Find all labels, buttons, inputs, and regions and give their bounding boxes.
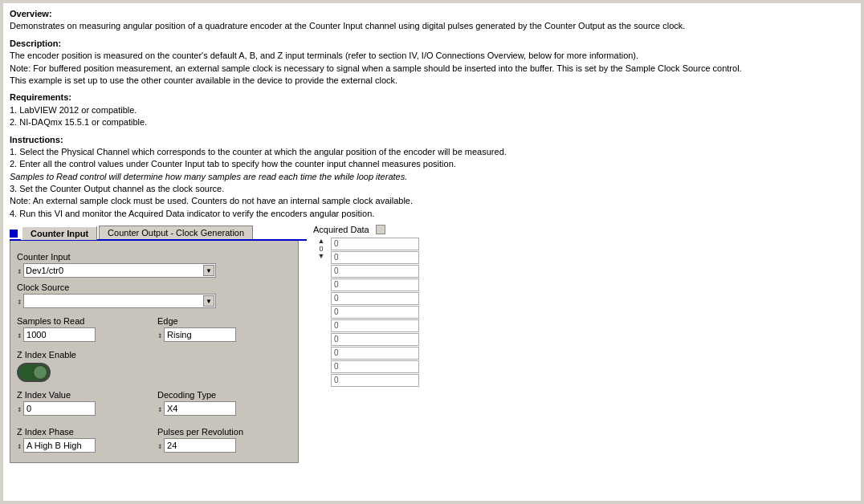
data-row-4: 0: [331, 292, 854, 305]
z-value-row: ↕: [17, 401, 151, 416]
data-row-3: 0: [331, 278, 854, 291]
instructions-title: Instructions:: [10, 135, 63, 144]
pulses-row: ↕: [157, 438, 291, 453]
clock-source-label: Clock Source: [17, 282, 291, 292]
channel-dropdown-wrapper[interactable]: Dev1/ctr0 ▼: [23, 263, 216, 278]
data-row-10: 0: [331, 374, 854, 387]
req-2: 2. NI-DAQmx 15.5.1 or compatible.: [10, 117, 147, 127]
requirements-title: Requirements:: [10, 92, 71, 102]
instr-1: 1. Select the Physical Channel which cor…: [10, 147, 507, 156]
acquired-header: Acquired Data: [313, 225, 854, 234]
data-row-6: 0: [331, 319, 854, 332]
z-value-input[interactable]: [23, 401, 96, 416]
phase-pulses-row: Z Index Phase ↕ Pulses per Revolution ↕: [17, 422, 291, 456]
instr-4: 4. Run this VI and monitor the Acquired …: [10, 209, 374, 218]
edge-col: Edge ↕: [157, 311, 291, 345]
pulses-input[interactable]: [164, 438, 236, 453]
phase-row: ↕: [17, 438, 151, 453]
data-row-5: 0: [331, 306, 854, 319]
acquired-indicator: [376, 225, 385, 234]
data-row-0: 0: [331, 238, 854, 250]
decoding-row: ↕: [157, 401, 291, 416]
overview-section: Overview: Demonstrates on measuring angu…: [10, 8, 854, 33]
req-1: 1. LabVIEW 2012 or compatible.: [10, 105, 137, 115]
phase-label: Z Index Phase: [17, 427, 151, 437]
data-row-9: 0: [331, 360, 854, 373]
data-row-8: 0: [331, 347, 854, 360]
samples-input[interactable]: [23, 327, 96, 342]
instr-italic: Samples to Read control will determine h…: [10, 172, 407, 181]
data-cell-2-0: 0: [331, 265, 419, 278]
data-row-2: 0: [331, 265, 854, 278]
samples-col: Samples to Read ↕: [17, 311, 151, 345]
tab-bar-indicator: [10, 230, 18, 238]
description-line2: Note: For buffered position measurement,…: [10, 63, 742, 73]
scroll-indicator: ▲ 0 ▼: [313, 238, 329, 388]
scroll-up-icon: ▲: [318, 238, 325, 245]
data-row-1: 0: [331, 251, 854, 264]
main-container: Overview: Demonstrates on measuring angu…: [0, 0, 864, 504]
channel-select[interactable]: Dev1/ctr0: [23, 263, 216, 278]
tabs-and-controls: Counter Input Counter Output - Clock Gen…: [10, 225, 854, 463]
phase-input[interactable]: [23, 438, 96, 453]
tab-bar: Counter Input Counter Output - Clock Gen…: [10, 225, 307, 241]
pulses-label: Pulses per Revolution: [157, 427, 291, 437]
toggle-knob: [33, 365, 47, 380]
pulses-icon: ↕: [157, 441, 162, 450]
edge-input[interactable]: [164, 327, 236, 342]
decoding-col: Decoding Type ↕: [157, 385, 291, 419]
right-panel: Acquired Data ▲ 0 ▼ 0: [313, 225, 854, 463]
data-cell-10-0: 0: [331, 374, 419, 387]
acquired-label: Acquired Data: [313, 225, 369, 234]
decoding-label: Decoding Type: [157, 390, 291, 400]
tab-content-counter-input: Counter Input ↕ Dev1/ctr0 ▼ Clock Source: [10, 241, 299, 463]
overview-text: Demonstrates on measuring angular positi…: [10, 21, 685, 30]
counter-input-section-label: Counter Input: [17, 252, 291, 262]
samples-row: ↕: [17, 327, 151, 342]
data-cell-1-0: 0: [331, 251, 419, 264]
phase-col: Z Index Phase ↕: [17, 422, 151, 456]
data-cell-8-0: 0: [331, 347, 419, 360]
decoding-input[interactable]: [164, 401, 236, 416]
data-display-area: ▲ 0 ▼ 0 0 0: [313, 238, 854, 388]
clock-dropdown-wrapper[interactable]: ▼: [23, 294, 216, 308]
samples-label: Samples to Read: [17, 316, 151, 326]
clock-select[interactable]: [23, 294, 216, 308]
z-index-toggle[interactable]: [17, 363, 51, 382]
data-cell-6-0: 0: [331, 319, 419, 332]
z-index-enable-label: Z Index Enable: [17, 350, 291, 360]
instr-2: 2. Enter all the control values under Co…: [10, 159, 456, 169]
edge-icon: ↕: [157, 331, 162, 339]
data-cell-5-0: 0: [331, 306, 419, 319]
z-value-col: Z Index Value ↕: [17, 385, 151, 419]
data-row-7: 0: [331, 333, 854, 346]
z-value-icon: ↕: [17, 404, 22, 413]
description-title: Description:: [10, 39, 61, 48]
tab-counter-output[interactable]: Counter Output - Clock Generation: [99, 226, 253, 239]
decoding-icon: ↕: [157, 404, 162, 413]
content-area: Overview: Demonstrates on measuring angu…: [3, 3, 861, 501]
data-cell-7-0: 0: [331, 333, 419, 346]
description-line1: The encoder position is measured on the …: [10, 51, 638, 60]
channel-icon: ↕: [17, 266, 22, 275]
edge-label: Edge: [157, 316, 291, 326]
left-panel: Counter Input Counter Output - Clock Gen…: [10, 225, 307, 463]
description-line3: This example is set up to use the other …: [10, 75, 397, 85]
requirements-section: Requirements: 1. LabVIEW 2012 or compati…: [10, 91, 854, 128]
data-cell-4-0: 0: [331, 292, 419, 305]
samples-edge-row: Samples to Read ↕ Edge ↕: [17, 311, 291, 345]
instr-note: Note: An external sample clock must be u…: [10, 196, 413, 205]
clock-icon: ↕: [17, 297, 22, 306]
z-value-label: Z Index Value: [17, 390, 151, 400]
overview-title: Overview:: [10, 9, 52, 18]
data-cell-9-0: 0: [331, 360, 419, 373]
scroll-down-icon: ▼: [318, 253, 325, 260]
samples-icon: ↕: [17, 331, 22, 339]
data-cell-3-0: 0: [331, 278, 419, 291]
pulses-col: Pulses per Revolution ↕: [157, 422, 291, 456]
instr-3: 3. Set the Counter Output channel as the…: [10, 184, 224, 193]
instructions-section: Instructions: 1. Select the Physical Cha…: [10, 134, 854, 221]
data-grid: 0 0 0 0 0: [331, 238, 854, 388]
tab-counter-input[interactable]: Counter Input: [21, 226, 97, 240]
channel-row: ↕ Dev1/ctr0 ▼: [17, 263, 291, 278]
